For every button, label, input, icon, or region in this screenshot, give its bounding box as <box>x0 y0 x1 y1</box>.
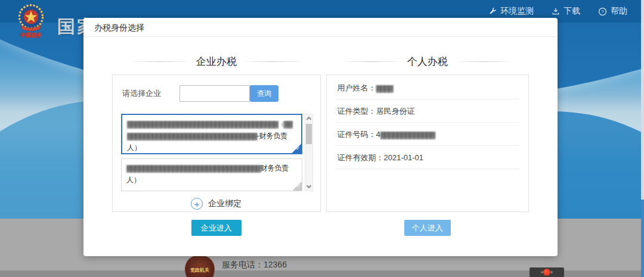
page-scrollbar-thumb[interactable] <box>641 200 644 277</box>
personal-section-heading: 个人办税 <box>326 55 530 69</box>
gov-badge-label: 党政机关 <box>190 267 209 273</box>
enterprise-enter-button[interactable]: 企业进入 <box>191 220 242 236</box>
id-number-masked: ▓▓▓▓▓▓▓▓▓▓▓▓▓ <box>380 131 435 138</box>
personal-panel: 用户姓名：▓▓▓▓ 证件类型：居民身份证 证件号码：4▓▓▓▓▓▓▓▓▓▓▓▓▓… <box>326 74 530 212</box>
personal-column: 个人办税 用户姓名：▓▓▓▓ 证件类型：居民身份证 证件号码：4▓▓▓▓▓▓▓▓… <box>326 37 530 236</box>
enterprise-column: 企业办税 请选择企业 查询 ▓▓▓▓▓▓▓▓▓▓▓▓▓▓▓▓▓▓▓▓▓▓▓▓▓▓… <box>112 37 321 236</box>
svg-text:?: ? <box>601 9 603 14</box>
user-name-row: 用户姓名：▓▓▓▓ <box>336 76 519 99</box>
enterprise-heading-label: 企业办税 <box>196 55 237 69</box>
personal-enter-button[interactable]: 个人进入 <box>404 220 451 236</box>
id-number-row: 证件号码：4▓▓▓▓▓▓▓▓▓▓▓▓▓ <box>336 123 519 146</box>
query-button[interactable]: 查询 <box>250 85 278 102</box>
heading-line <box>456 61 511 62</box>
security-badge-icon[interactable] <box>530 267 564 277</box>
download-label: 下载 <box>564 6 580 17</box>
masked-company-name: ▓▓▓▓▓▓▓▓▓▓▓▓▓▓▓▓▓▓▓▓▓▓▓▓▓▓▓▓▓▓▓▓▓▓▓▓ <box>127 120 278 127</box>
download-icon <box>552 7 560 15</box>
selected-check-icon: ✓ <box>290 142 301 153</box>
modal-title: 办税身份选择 <box>83 18 558 37</box>
select-company-label: 请选择企业 <box>122 88 179 99</box>
scroll-up-icon[interactable] <box>306 117 311 122</box>
id-type-label: 证件类型： <box>338 107 376 116</box>
list-scrollbar-thumb[interactable] <box>306 124 312 144</box>
id-validity-value: 2021-01-01 <box>384 153 424 162</box>
tax-identity-modal: 办税身份选择 企业办税 请选择企业 查询 ▓▓▓▓▓▓▓▓▓▓▓▓▓▓▓▓▓▓▓… <box>83 18 558 256</box>
id-type-value: 居民身份证 <box>376 107 415 116</box>
security-badge-logo <box>543 269 550 276</box>
logo-caption: 中国税务 <box>14 32 48 39</box>
gov-agency-badge[interactable]: 党政机关 <box>185 256 215 277</box>
company-option-selected[interactable]: ▓▓▓▓▓▓▓▓▓▓▓▓▓▓▓▓▓▓▓▓▓▓▓▓▓▓▓▓▓▓▓▓▓▓▓▓（▓▓▓… <box>121 114 302 154</box>
id-number-value: 4 <box>376 130 380 139</box>
help-label: 帮助 <box>611 6 627 17</box>
id-type-row: 证件类型：居民身份证 <box>336 99 519 123</box>
id-validity-label: 证件有效期： <box>338 153 384 162</box>
enterprise-section-heading: 企业办税 <box>112 55 321 69</box>
user-name-label: 用户姓名： <box>338 83 376 92</box>
page-scrollbar[interactable] <box>641 0 644 277</box>
env-monitor-label: 环境监测 <box>500 6 534 17</box>
heading-line <box>344 61 399 62</box>
company-list: ▓▓▓▓▓▓▓▓▓▓▓▓▓▓▓▓▓▓▓▓▓▓▓▓▓▓▓▓▓▓▓▓▓▓▓▓（▓▓▓… <box>121 114 313 191</box>
plus-circle-icon: + <box>191 198 203 210</box>
help-link[interactable]: ? 帮助 <box>598 6 627 17</box>
id-validity-row: 证件有效期：2021-01-01 <box>336 146 519 169</box>
download-link[interactable]: 下载 <box>552 6 580 17</box>
wrench-icon <box>488 7 497 15</box>
heading-line <box>245 61 300 62</box>
help-icon: ? <box>598 7 607 16</box>
heading-line <box>133 61 188 62</box>
company-select-row: 请选择企业 查询 <box>122 85 313 102</box>
bind-company-action[interactable]: + 企业绑定 <box>113 198 320 210</box>
personal-heading-label: 个人办税 <box>407 55 448 69</box>
tax-emblem-logo: 中国税务 <box>14 3 48 40</box>
id-number-label: 证件号码： <box>338 130 376 139</box>
company-search-input[interactable] <box>179 85 250 102</box>
scroll-down-icon[interactable] <box>306 183 311 188</box>
user-name-masked: ▓▓▓▓ <box>376 85 393 92</box>
bind-company-label: 企业绑定 <box>208 198 242 209</box>
unselected-check-icon: ✓ <box>291 180 302 191</box>
masked-company-name: ▓▓▓▓▓▓▓▓▓▓▓▓▓▓▓▓▓▓▓▓▓▓▓▓▓▓▓▓▓▓▓▓ <box>126 164 261 172</box>
service-phone: 服务电话：12366 <box>222 260 287 270</box>
enterprise-panel: 请选择企业 查询 ▓▓▓▓▓▓▓▓▓▓▓▓▓▓▓▓▓▓▓▓▓▓▓▓▓▓▓▓▓▓▓… <box>112 74 321 212</box>
env-monitor-link[interactable]: 环境监测 <box>488 6 534 17</box>
modal-body: 企业办税 请选择企业 查询 ▓▓▓▓▓▓▓▓▓▓▓▓▓▓▓▓▓▓▓▓▓▓▓▓▓▓… <box>83 37 558 236</box>
company-option[interactable]: ▓▓▓▓▓▓▓▓▓▓▓▓▓▓▓▓▓▓▓▓▓▓▓▓▓▓▓▓▓▓▓▓财务负责人） ✓ <box>121 158 302 191</box>
company-list-scrollbar[interactable] <box>305 114 313 191</box>
